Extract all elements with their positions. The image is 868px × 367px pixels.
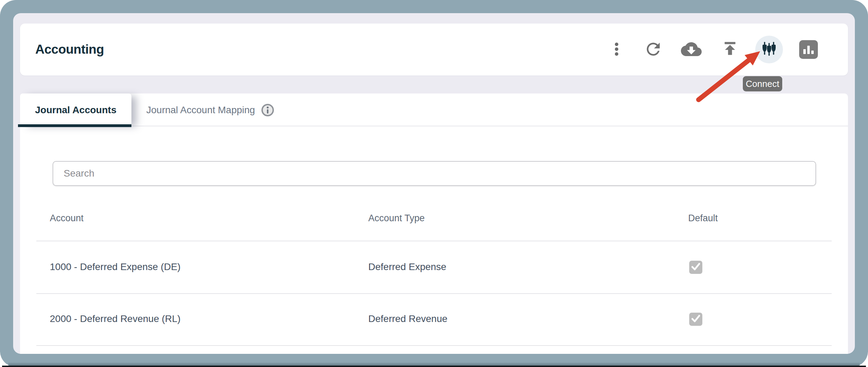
page-title: Accounting — [35, 24, 104, 75]
checkmark-icon — [689, 312, 702, 326]
table-row-2-account: 2000 - Deferred Revenue (RL) — [50, 312, 181, 326]
table-row-2-type: Deferred Revenue — [368, 312, 447, 326]
more-options-button[interactable] — [603, 36, 630, 63]
cloud-download-icon — [681, 39, 702, 61]
connect-button[interactable] — [755, 36, 783, 63]
report-button[interactable] — [795, 36, 822, 63]
tab-journal-account-mapping-label: Journal Account Mapping — [146, 105, 255, 116]
table-row-1-type: Deferred Expense — [368, 260, 446, 274]
upload-button[interactable] — [716, 36, 744, 63]
frame-bottom-shade — [8, 362, 860, 366]
table-row-2-default-checkbox[interactable] — [689, 313, 702, 326]
column-header-account-type: Account Type — [368, 211, 425, 225]
header-card: Accounting — [20, 24, 848, 75]
info-icon[interactable] — [261, 104, 274, 117]
refresh-icon — [644, 39, 663, 60]
frame-bottom-edge — [2, 366, 866, 367]
table-divider — [36, 345, 832, 346]
tab-strip — [20, 93, 848, 126]
tab-journal-accounts[interactable]: Journal Accounts — [20, 93, 131, 126]
table-row-1-account: 1000 - Deferred Expense (DE) — [50, 260, 181, 274]
search-input[interactable] — [53, 161, 816, 186]
table-divider — [36, 293, 832, 294]
connect-plugs-icon — [760, 40, 778, 60]
kebab-menu-icon — [608, 41, 625, 59]
refresh-button[interactable] — [639, 36, 667, 63]
column-header-default: Default — [688, 211, 718, 225]
table-divider — [36, 241, 832, 241]
bar-chart-icon — [799, 40, 818, 59]
upload-icon — [720, 39, 740, 60]
column-header-account: Account — [50, 211, 84, 225]
screenshot-stage: Accounting — [0, 0, 868, 367]
connect-tooltip-label: Connect — [746, 79, 779, 89]
tab-journal-account-mapping[interactable]: Journal Account Mapping — [146, 93, 274, 126]
connect-tooltip: Connect — [743, 76, 782, 91]
tab-journal-accounts-label: Journal Accounts — [35, 105, 116, 116]
checkmark-icon — [689, 260, 702, 275]
download-button[interactable] — [677, 36, 705, 63]
table-row-1-default-checkbox[interactable] — [689, 261, 702, 274]
content-panel: Journal Accounts Journal Account Mapping… — [20, 93, 848, 354]
app-surface: Accounting — [13, 13, 855, 354]
